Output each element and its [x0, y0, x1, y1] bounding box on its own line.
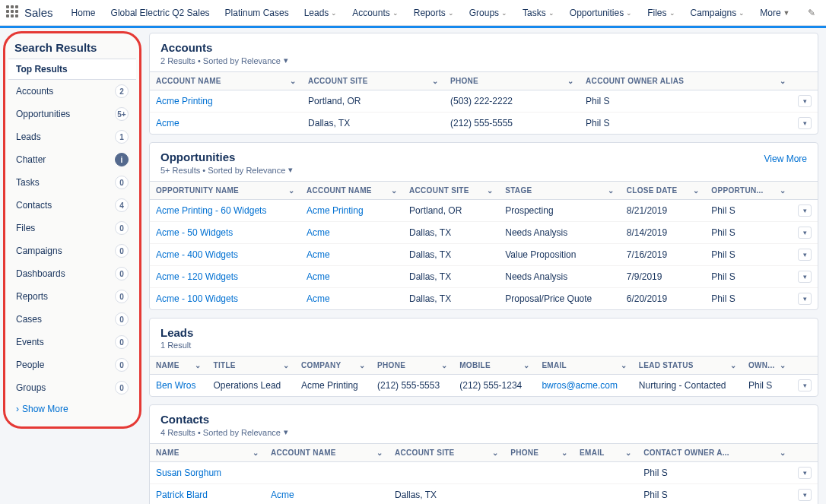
- chevron-down-icon: ⌄: [392, 9, 399, 17]
- view-more-link[interactable]: View More: [764, 154, 807, 164]
- column-header[interactable]: EMAIL⌄: [573, 444, 637, 462]
- sidebar-item-top-results[interactable]: Top Results: [8, 59, 136, 80]
- nav-item-global-electric-q2-sales[interactable]: Global Electric Q2 Sales: [103, 8, 218, 18]
- account-link[interactable]: Acme: [307, 271, 330, 282]
- row-action-button[interactable]: ▾: [798, 204, 812, 217]
- opportunity-link[interactable]: Acme - 400 Widgets: [156, 249, 238, 260]
- sidebar-item-tasks[interactable]: Tasks0: [8, 171, 136, 194]
- column-header[interactable]: NAME⌄: [150, 444, 265, 462]
- sidebar-item-reports[interactable]: Reports0: [8, 285, 136, 308]
- nav-item-files[interactable]: Files⌄: [640, 8, 682, 18]
- row-action-button[interactable]: ▾: [798, 489, 812, 501]
- sidebar-item-chatter[interactable]: Chatteri: [8, 148, 136, 171]
- column-header[interactable]: OPPORTUNITY NAME⌄: [150, 182, 300, 200]
- opportunity-link[interactable]: Acme Printing - 60 Widgets: [156, 205, 266, 216]
- column-header[interactable]: TITLE⌄: [208, 357, 296, 375]
- row-action-button[interactable]: ▾: [798, 95, 812, 107]
- row-action-button[interactable]: ▾: [798, 467, 812, 479]
- nav-item-more[interactable]: More▼: [752, 8, 797, 18]
- column-header[interactable]: ACCOUNT NAME⌄: [300, 182, 403, 200]
- row-action-button[interactable]: ▾: [798, 117, 812, 129]
- column-header[interactable]: LEAD STATUS⌄: [633, 357, 742, 375]
- lead-link[interactable]: Ben Wros: [156, 380, 195, 391]
- sidebar-item-cases[interactable]: Cases0: [8, 308, 136, 331]
- contact-link[interactable]: Susan Sorghum: [156, 468, 221, 478]
- account-link[interactable]: Acme: [156, 118, 179, 128]
- sidebar-item-people[interactable]: People0: [8, 353, 136, 376]
- column-header[interactable]: PHONE⌄: [504, 444, 573, 462]
- account-link[interactable]: Acme Printing: [307, 205, 364, 216]
- edit-icon[interactable]: ✎: [800, 8, 823, 18]
- app-launcher-icon[interactable]: [6, 5, 18, 21]
- sort-icon: ⌄: [780, 77, 786, 85]
- sidebar-item-campaigns[interactable]: Campaigns0: [8, 239, 136, 262]
- column-header[interactable]: OPPORTUN...⌄: [705, 182, 792, 200]
- sidebar-item-label: Chatter: [16, 154, 46, 165]
- nav-item-tasks[interactable]: Tasks⌄: [515, 8, 562, 18]
- column-header[interactable]: ACCOUNT NAME⌄: [150, 72, 302, 90]
- account-link[interactable]: Acme: [307, 249, 330, 260]
- opportunity-link[interactable]: Acme - 50 Widgets: [156, 227, 233, 238]
- column-header[interactable]: ACCOUNT SITE⌄: [389, 444, 504, 462]
- nav-item-reports[interactable]: Reports⌄: [406, 8, 462, 18]
- table-row: Acme - 50 WidgetsAcmeDallas, TXNeeds Ana…: [150, 222, 818, 244]
- nav-item-home[interactable]: Home: [64, 8, 103, 18]
- nav-item-campaigns[interactable]: Campaigns⌄: [683, 8, 753, 18]
- column-header[interactable]: EMAIL⌄: [535, 357, 632, 375]
- count-badge: 0: [115, 358, 129, 372]
- column-header[interactable]: NAME⌄: [150, 357, 208, 375]
- chevron-down-icon[interactable]: ▾: [288, 165, 293, 175]
- column-header[interactable]: COMPANY⌄: [295, 357, 371, 375]
- sidebar-item-contacts[interactable]: Contacts4: [8, 194, 136, 217]
- account-link[interactable]: Acme: [307, 293, 330, 304]
- sidebar-item-leads[interactable]: Leads1: [8, 125, 136, 148]
- account-link[interactable]: Acme: [271, 490, 294, 500]
- row-action-button[interactable]: ▾: [798, 227, 812, 239]
- sidebar-item-label: Top Results: [16, 64, 68, 74]
- column-header[interactable]: ACCOUNT SITE⌄: [302, 72, 444, 90]
- column-header[interactable]: ACCOUNT NAME⌄: [265, 444, 389, 462]
- nav-item-platinum-cases[interactable]: Platinum Cases: [218, 8, 297, 18]
- sidebar-item-label: Tasks: [16, 177, 40, 188]
- column-header[interactable]: MOBILE⌄: [453, 357, 535, 375]
- column-header[interactable]: PHONE⌄: [444, 72, 580, 90]
- opportunity-link[interactable]: Acme - 100 Widgets: [156, 293, 238, 304]
- sidebar-item-groups[interactable]: Groups0: [8, 376, 136, 399]
- section-title: Accounts: [160, 41, 807, 54]
- chevron-down-icon[interactable]: ▾: [284, 427, 288, 437]
- row-action-button[interactable]: ▾: [798, 293, 812, 305]
- sidebar-item-accounts[interactable]: Accounts2: [8, 80, 136, 103]
- account-link[interactable]: Acme: [307, 227, 330, 238]
- contact-link[interactable]: Patrick Blard: [156, 490, 208, 500]
- account-link[interactable]: Acme Printing: [156, 96, 213, 106]
- row-action-button[interactable]: ▾: [798, 379, 812, 391]
- column-header[interactable]: CLOSE DATE⌄: [621, 182, 706, 200]
- nav-item-opportunities[interactable]: Opportunities⌄: [562, 8, 640, 18]
- column-header[interactable]: ACCOUNT SITE⌄: [403, 182, 499, 200]
- sidebar-item-dashboards[interactable]: Dashboards0: [8, 262, 136, 285]
- row-action-button[interactable]: ▾: [798, 271, 812, 283]
- sort-icon: ⌄: [441, 361, 447, 369]
- column-header[interactable]: OWN...⌄: [742, 357, 792, 375]
- chevron-down-icon[interactable]: ▾: [284, 55, 288, 65]
- show-more-link[interactable]: › Show More: [8, 399, 136, 419]
- sidebar-item-opportunities[interactable]: Opportunities5+: [8, 103, 136, 125]
- nav-item-accounts[interactable]: Accounts⌄: [345, 8, 405, 18]
- email-link[interactable]: bwros@acme.com: [542, 380, 618, 391]
- sidebar-item-files[interactable]: Files0: [8, 217, 136, 239]
- row-action-button[interactable]: ▾: [798, 249, 812, 261]
- table-row: Acme Printing - 60 WidgetsAcme PrintingP…: [150, 200, 818, 222]
- opportunity-link[interactable]: Acme - 120 Widgets: [156, 271, 238, 282]
- sidebar-item-events[interactable]: Events0: [8, 331, 136, 353]
- nav-item-leads[interactable]: Leads⌄: [297, 8, 345, 18]
- column-header[interactable]: CONTACT OWNER A...⌄: [637, 444, 792, 462]
- nav-item-groups[interactable]: Groups⌄: [462, 8, 515, 18]
- column-header[interactable]: STAGE⌄: [499, 182, 621, 200]
- count-badge: 0: [115, 267, 129, 281]
- leads-section: Leads 1 Result NAME⌄TITLE⌄COMPANY⌄PHONE⌄…: [149, 318, 818, 397]
- opportunities-table: OPPORTUNITY NAME⌄ACCOUNT NAME⌄ACCOUNT SI…: [150, 181, 818, 309]
- sort-icon: ⌄: [693, 186, 699, 195]
- column-header[interactable]: PHONE⌄: [371, 357, 453, 375]
- column-header[interactable]: ACCOUNT OWNER ALIAS⌄: [580, 72, 792, 90]
- section-title: Contacts: [160, 413, 807, 426]
